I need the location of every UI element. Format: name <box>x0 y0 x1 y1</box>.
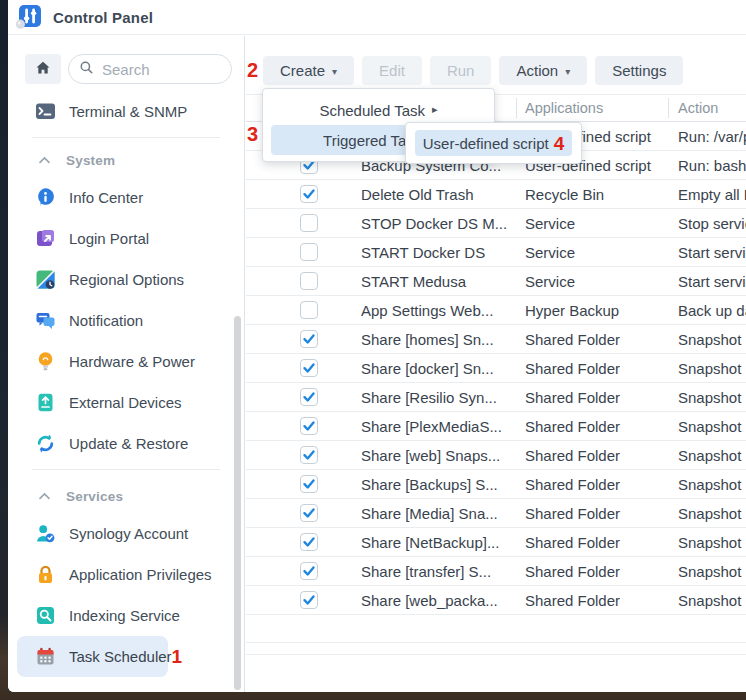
search-input[interactable] <box>102 61 212 78</box>
row-checkbox[interactable] <box>300 359 318 377</box>
row-checkbox[interactable] <box>300 446 318 464</box>
row-checkbox[interactable] <box>300 301 318 319</box>
row-checkbox[interactable] <box>300 214 318 232</box>
column-header-action[interactable]: Action <box>668 100 718 116</box>
row-checkbox[interactable] <box>300 272 318 290</box>
cell-action: Snapshot <box>668 447 746 464</box>
submenu-arrow-icon: ▸ <box>432 103 438 116</box>
table-row[interactable]: START Medusa Service Start servic <box>246 267 746 296</box>
sidebar-group-services[interactable]: Services <box>8 479 244 513</box>
menu-item-user-defined-script[interactable]: User-defined script 4 <box>415 130 572 156</box>
search-box[interactable] <box>68 54 232 84</box>
home-button[interactable] <box>25 54 61 84</box>
sidebar-divider <box>32 469 220 470</box>
row-checkbox[interactable] <box>300 562 318 580</box>
cell-task-name: Share [Backups] S... <box>361 476 516 493</box>
menu-item-scheduled-task[interactable]: Scheduled Task ▸ <box>271 95 486 125</box>
action-button[interactable]: Action ▾ <box>499 56 587 85</box>
sidebar-item-hardware-power[interactable]: Hardware & Power <box>8 341 244 382</box>
row-checkbox[interactable] <box>300 533 318 551</box>
terminal-icon <box>35 101 56 122</box>
sidebar-item-notification[interactable]: Notification <box>8 300 244 341</box>
sidebar-divider <box>32 137 220 138</box>
table-row[interactable]: Share [Media] Sna... Shared Folder Snaps… <box>246 499 746 528</box>
column-header-applications[interactable]: Applications <box>516 100 668 116</box>
titlebar: Control Panel <box>8 0 746 35</box>
row-checkbox[interactable] <box>300 591 318 609</box>
cell-application: Shared Folder <box>516 389 668 406</box>
cell-task-name: Share [web] Snaps... <box>361 447 516 464</box>
row-checkbox[interactable] <box>300 185 318 203</box>
sidebar-scrollbar[interactable] <box>234 316 241 690</box>
cell-application: Shared Folder <box>516 534 668 551</box>
sidebar-item-task-scheduler[interactable]: Task Scheduler 1 <box>17 636 168 677</box>
triggered-task-submenu: User-defined script 4 <box>405 122 582 164</box>
cell-application: Service <box>516 215 668 232</box>
notification-icon <box>35 310 56 331</box>
sidebar-item-application-privileges[interactable]: Application Privileges <box>8 554 244 595</box>
column-divider <box>516 98 517 118</box>
sidebar-item-login-portal[interactable]: Login Portal <box>8 218 244 259</box>
sidebar-item-info-center[interactable]: Info Center <box>8 177 244 218</box>
cell-task-name: Share [docker] Sn... <box>361 360 516 377</box>
cell-action: Start servic <box>668 273 746 290</box>
table-row[interactable]: START Docker DS Service Start servic <box>246 238 746 267</box>
cell-task-name: Share [transfer] S... <box>361 563 516 580</box>
cell-application: Hyper Backup <box>516 302 668 319</box>
create-button[interactable]: Create ▾ <box>263 56 354 85</box>
info-center-icon <box>35 187 56 208</box>
table-row[interactable]: App Settings Web... Hyper Backup Back up… <box>246 296 746 325</box>
cell-application: Shared Folder <box>516 360 668 377</box>
cell-application: Shared Folder <box>516 592 668 609</box>
row-checkbox[interactable] <box>300 243 318 261</box>
table-row[interactable]: Share [docker] Sn... Shared Folder Snaps… <box>246 354 746 383</box>
cell-action: Snapshot <box>668 389 746 406</box>
table-row[interactable]: Share [Resilio Syn... Shared Folder Snap… <box>246 383 746 412</box>
cell-application: Shared Folder <box>516 331 668 348</box>
edit-button[interactable]: Edit <box>362 56 422 85</box>
empty-row <box>246 615 746 643</box>
sidebar-group-system[interactable]: System <box>8 143 244 177</box>
table-row[interactable]: Share [web_packa... Shared Folder Snapsh… <box>246 586 746 615</box>
settings-button[interactable]: Settings <box>595 56 683 85</box>
sidebar-item-indexing-service[interactable]: Indexing Service <box>8 595 244 636</box>
synology-account-icon <box>35 523 56 544</box>
cell-task-name: START Medusa <box>361 273 516 290</box>
external-devices-icon <box>35 392 56 413</box>
cell-action: Snapshot <box>668 331 746 348</box>
cell-action: Empty all R <box>668 186 746 203</box>
cell-application: Shared Folder <box>516 505 668 522</box>
sidebar-item-terminal-snmp[interactable]: Terminal & SNMP <box>8 91 244 132</box>
cell-task-name: App Settings Web... <box>361 302 516 319</box>
sidebar-item-external-devices[interactable]: External Devices <box>8 382 244 423</box>
table-row[interactable]: Share [Backups] S... Shared Folder Snaps… <box>246 470 746 499</box>
cell-task-name: Share [web_packa... <box>361 592 516 609</box>
sidebar-item-update-restore[interactable]: Update & Restore <box>8 423 244 464</box>
sidebar-item-synology-account[interactable]: Synology Account <box>8 513 244 554</box>
row-checkbox[interactable] <box>300 475 318 493</box>
table-row[interactable]: Share [web] Snaps... Shared Folder Snaps… <box>246 441 746 470</box>
row-checkbox[interactable] <box>300 417 318 435</box>
cell-application: Service <box>516 273 668 290</box>
cell-action: Snapshot <box>668 505 746 522</box>
caret-down-icon: ▾ <box>565 67 570 77</box>
sidebar-item-regional-options[interactable]: Regional Options <box>8 259 244 300</box>
row-checkbox[interactable] <box>300 388 318 406</box>
row-checkbox[interactable] <box>300 504 318 522</box>
run-button[interactable]: Run <box>430 56 492 85</box>
login-portal-icon <box>35 228 56 249</box>
cell-action: Snapshot <box>668 360 746 377</box>
cell-action: Snapshot <box>668 592 746 609</box>
table-row[interactable]: Delete Old Trash Recycle Bin Empty all R <box>246 180 746 209</box>
table-row[interactable]: STOP Docker DS M... Service Stop servic <box>246 209 746 238</box>
sidebar-nav: Terminal & SNMP System Info Center Login… <box>8 84 244 677</box>
regional-options-icon <box>35 269 56 290</box>
hardware-power-icon <box>35 351 56 372</box>
table-row[interactable]: Share [NetBackup]... Shared Folder Snaps… <box>246 528 746 557</box>
annotation-step-4: 4 <box>554 134 565 153</box>
table-row[interactable]: Share [transfer] S... Shared Folder Snap… <box>246 557 746 586</box>
update-restore-icon <box>35 433 56 454</box>
table-row[interactable]: Share [homes] Sn... Shared Folder Snapsh… <box>246 325 746 354</box>
row-checkbox[interactable] <box>300 330 318 348</box>
table-row[interactable]: Share [PlexMediaS... Shared Folder Snaps… <box>246 412 746 441</box>
